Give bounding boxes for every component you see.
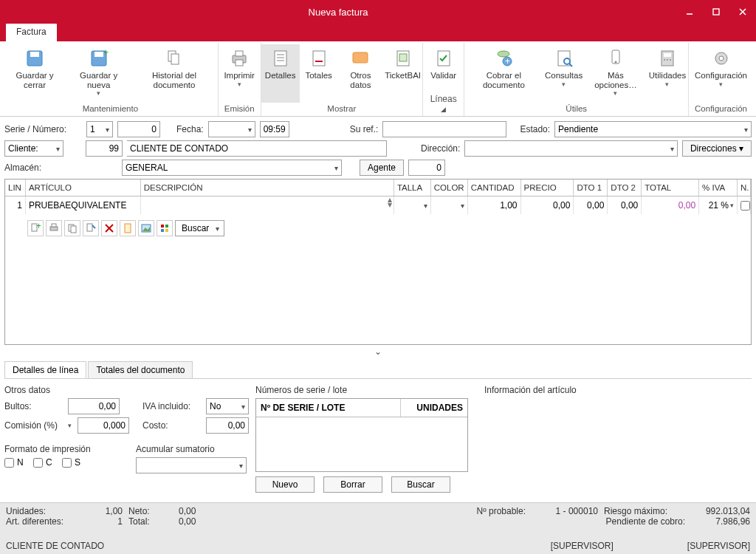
serie-borrar-button[interactable]: Borrar (323, 476, 382, 493)
cliente-nombre-input[interactable] (127, 140, 387, 157)
costo-input[interactable] (206, 417, 249, 434)
tab-totales-documento[interactable]: Totales del documento (88, 361, 193, 378)
otros-datos-title: Otros datos (4, 382, 248, 398)
acumular-select[interactable] (136, 457, 247, 473)
serie-select[interactable]: 1 (86, 121, 113, 137)
tab-factura[interactable]: Factura (6, 24, 57, 41)
title-bar: Nueva factura (0, 0, 756, 24)
validate-icon (433, 47, 455, 69)
estado-select[interactable]: Pendiente (554, 121, 752, 137)
gtb-color-icon[interactable] (157, 220, 173, 236)
maximize-button[interactable] (703, 0, 729, 24)
ticketbai-icon (392, 47, 414, 69)
close-button[interactable] (729, 0, 756, 24)
ribbon-historial[interactable]: Historial del documento (131, 44, 217, 103)
ribbon-consultas[interactable]: Consultas ▾ (543, 44, 585, 103)
gtb-buscar-select[interactable]: Buscar (175, 220, 224, 236)
gtb-doc-icon[interactable] (120, 220, 136, 236)
ribbon-cobrar[interactable]: + Cobrar el documento (464, 44, 543, 103)
svg-text:+: + (505, 56, 510, 66)
svg-point-34 (664, 59, 665, 61)
collapse-handle[interactable]: ⌄ (4, 345, 752, 358)
detail-tabs: Detalles de línea Totales del documento (4, 361, 752, 379)
ribbon-validar[interactable]: Validar (425, 44, 463, 92)
hora-input[interactable] (260, 121, 289, 137)
ribbon-mas-opciones[interactable]: Más opciones… ▾ (585, 44, 647, 103)
ribbon-utilidades[interactable]: Utilidades ▾ (647, 44, 688, 103)
svg-rect-22 (399, 54, 407, 61)
save-new-icon: + (88, 47, 110, 69)
totals-icon (308, 47, 330, 69)
gtb-add-icon[interactable]: + (27, 220, 44, 236)
estado-label: Estado: (520, 124, 550, 134)
svg-rect-49 (125, 224, 131, 233)
ribbon-totales[interactable]: Totales (300, 44, 338, 103)
minimize-button[interactable] (676, 0, 703, 24)
direcciones-button[interactable]: Direcciones ▾ (682, 140, 752, 157)
direccion-select[interactable] (464, 140, 678, 157)
gear-icon (710, 47, 732, 69)
svg-rect-5 (30, 52, 39, 57)
ribbon-grp-utiles: Útiles (464, 103, 688, 114)
ribbon-detalles[interactable]: Detalles (261, 44, 300, 103)
window-title: Nueva factura (0, 7, 676, 18)
queries-icon (553, 47, 575, 69)
almacen-label: Almacén: (4, 163, 82, 173)
svg-rect-10 (171, 54, 179, 64)
svg-text:+: + (103, 48, 109, 58)
svg-rect-14 (275, 51, 286, 66)
fecha-select[interactable] (208, 121, 255, 137)
status-cliente: CLIENTE DE CONTADO (6, 541, 104, 551)
ribbon-ticketbai[interactable]: TicketBAI (383, 44, 422, 103)
ribbon-guardar-nueva[interactable]: + Guardar y nueva ▾ (66, 44, 131, 103)
formato-title: Formato de impresión (4, 441, 123, 457)
almacen-select[interactable]: GENERAL (122, 160, 342, 176)
agente-button[interactable]: Agente (360, 160, 404, 176)
gtb-edit-icon[interactable] (83, 220, 99, 236)
comision-input[interactable] (78, 417, 129, 434)
serie-table: Nº DE SERIE / LOTE UNIDADES (255, 398, 468, 472)
gtb-print-icon[interactable] (46, 220, 62, 236)
svg-rect-12 (236, 51, 243, 56)
ribbon-guardar-cerrar[interactable]: Guardar y cerrar (3, 44, 66, 103)
ribbon-otros-datos[interactable]: Otros datos (338, 44, 384, 103)
serie-nuevo-button[interactable]: Nuevo (255, 476, 315, 493)
svg-point-36 (670, 59, 671, 61)
chk-c[interactable]: C (33, 457, 52, 468)
svg-rect-53 (165, 225, 168, 228)
ribbon: Guardar y cerrar + Guardar y nueva ▾ His… (0, 41, 756, 117)
agente-input[interactable] (408, 160, 445, 176)
grid-row[interactable]: 1 PRUEBAEQUIVALENTE ▴▾ ▾ ▾ 1,00 0,00 0,0… (5, 196, 751, 214)
collect-icon: + (492, 47, 515, 69)
gtb-copy-icon[interactable] (64, 220, 80, 236)
svg-rect-44 (71, 226, 76, 233)
gtb-image-icon[interactable] (138, 220, 154, 236)
numero-input[interactable] (117, 121, 160, 137)
serie-numero-label: Serie / Número: (4, 124, 82, 134)
other-data-icon (349, 47, 371, 69)
svg-rect-42 (52, 224, 56, 227)
ribbon-configuracion[interactable]: Configuración ▾ (690, 44, 752, 103)
chk-s[interactable]: S (62, 457, 80, 468)
row-n-checkbox[interactable] (740, 201, 750, 211)
svg-text:+: + (36, 223, 41, 231)
gtb-delete-icon[interactable] (101, 220, 117, 236)
bultos-input[interactable] (68, 398, 120, 414)
su-ref-input[interactable] (382, 121, 506, 137)
ribbon-imprimir[interactable]: Imprimir ▾ (219, 44, 259, 103)
ribbon-grp-mantenimiento: Mantenimiento (3, 103, 218, 114)
tab-detalles-linea[interactable]: Detalles de línea (4, 361, 86, 378)
ribbon-grp-lineas: Líneas ◢ (423, 92, 464, 114)
cliente-dropdown[interactable]: Cliente: (4, 140, 63, 157)
ribbon-grp-mostrar: Mostrar (261, 103, 422, 114)
serie-buscar-button[interactable]: Buscar (391, 476, 450, 493)
iva-incluido-select[interactable]: No (206, 398, 249, 414)
svg-rect-41 (50, 227, 58, 230)
cliente-num-input[interactable] (86, 140, 123, 157)
desc-spinner[interactable]: ▴▾ (388, 197, 392, 208)
utilities-icon (656, 47, 678, 69)
history-icon (163, 47, 185, 69)
acumular-title: Acumular sumatorio (136, 441, 248, 457)
chk-n[interactable]: N (4, 457, 24, 468)
serie-col1: Nº DE SERIE / LOTE (256, 399, 401, 417)
